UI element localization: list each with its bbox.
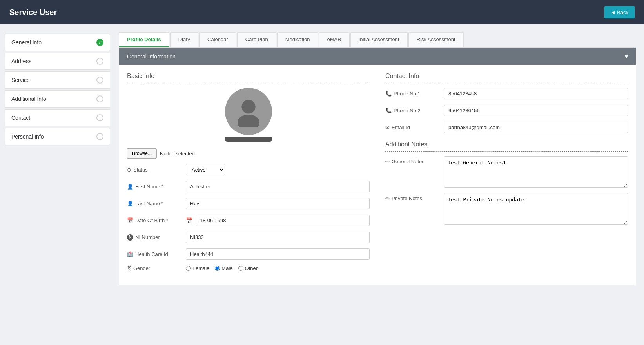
general-notes-textarea[interactable]: Test General Notes1	[444, 156, 628, 188]
last-name-row: 👤 Last Name *	[127, 198, 370, 209]
gender-label: ⚧ Gender	[127, 265, 182, 271]
page-title: Service User	[9, 8, 57, 17]
phone2-label: 📞 Phone No.2	[385, 108, 440, 113]
back-button[interactable]: ◄ Back	[604, 6, 635, 18]
sidebar-radio-additional-info	[96, 95, 103, 102]
right-section: Contact Info 📞 Phone No.1 📞 Phone No.2	[385, 73, 628, 277]
sidebar: General Info Address Service Additional …	[0, 24, 115, 345]
person-icon-2: 👤	[127, 201, 133, 206]
general-notes-row: ✏ General Notes Test General Notes1	[385, 156, 628, 188]
tab-bar: Profile Details Diary Calendar Care Plan…	[119, 32, 636, 47]
tab-diary[interactable]: Diary	[170, 32, 198, 47]
tab-emar[interactable]: eMAR	[319, 32, 350, 47]
health-icon: 🏥	[127, 251, 133, 257]
gender-other-radio[interactable]	[238, 266, 243, 271]
sidebar-item-address[interactable]: Address	[5, 53, 110, 70]
gender-male-option[interactable]: Male	[215, 265, 232, 271]
phone2-icon: 📞	[385, 108, 392, 113]
status-icon: ⊙	[127, 167, 131, 173]
first-name-field[interactable]	[186, 181, 370, 192]
sidebar-item-personal-info[interactable]: Personal Info	[5, 128, 110, 145]
sidebar-radio-contact	[96, 114, 103, 121]
gender-radio-group: Female Male Other	[186, 265, 258, 271]
tab-calendar[interactable]: Calendar	[199, 32, 236, 47]
tab-medication[interactable]: Medication	[277, 32, 318, 47]
additional-notes-title: Additionl Notes	[385, 141, 628, 152]
sidebar-radio-personal-info	[96, 133, 103, 140]
gender-row: ⚧ Gender Female Male	[127, 265, 370, 271]
sidebar-item-additional-info[interactable]: Additional Info	[5, 90, 110, 108]
email-field[interactable]	[444, 122, 628, 133]
status-row: ⊙ Status Active Inactive	[127, 164, 370, 175]
gender-icon: ⚧	[127, 265, 131, 271]
ni-label: N NI Number	[127, 234, 182, 241]
private-notes-label: ✏ Private Notes	[385, 193, 440, 201]
basic-info-section: Basic Info	[127, 73, 370, 277]
sidebar-item-service[interactable]: Service	[5, 71, 110, 89]
email-icon: ✉	[385, 124, 390, 130]
panel-title: General Information	[127, 53, 176, 60]
private-notes-row: ✏ Private Notes Test Private Notes updat…	[385, 193, 628, 225]
phone1-field[interactable]	[444, 88, 628, 99]
avatar-base	[225, 137, 272, 142]
dob-field[interactable]	[196, 215, 370, 226]
health-care-row: 🏥 Health Care Id	[127, 248, 370, 260]
phone-icon: 📞	[385, 91, 392, 97]
ni-icon: N	[127, 234, 133, 241]
ni-field[interactable]	[186, 232, 370, 243]
email-label: ✉ Email Id	[385, 124, 440, 130]
private-notes-textarea[interactable]: Test Private Notes update	[444, 193, 628, 225]
first-name-row: 👤 First Name *	[127, 181, 370, 192]
gender-female-option[interactable]: Female	[186, 265, 209, 271]
basic-info-title: Basic Info	[127, 73, 370, 83]
avatar	[225, 88, 272, 135]
email-row: ✉ Email Id	[385, 122, 628, 133]
health-care-field[interactable]	[186, 248, 370, 260]
sidebar-radio-address	[96, 58, 103, 65]
contact-info-title: Contact Info	[385, 73, 628, 83]
svg-point-1	[238, 115, 259, 127]
date-calendar-icon: 📅	[186, 217, 192, 224]
app-header: Service User ◄ Back	[0, 0, 644, 24]
sidebar-radio-service	[96, 77, 103, 84]
dob-row: 📅 Date Of Birth * 📅	[127, 215, 370, 226]
lock-icon: ✏	[385, 195, 390, 201]
panel-body: Basic Info	[119, 65, 636, 285]
phone2-row: 📞 Phone No.2	[385, 105, 628, 116]
sidebar-item-general-info[interactable]: General Info	[5, 34, 110, 51]
chevron-down-icon: ▾	[625, 53, 628, 60]
phone1-label: 📞 Phone No.1	[385, 91, 440, 97]
file-upload-row: Browse... No file selected.	[127, 148, 370, 159]
file-placeholder: No file selected.	[160, 151, 196, 157]
sidebar-radio-general-info	[96, 39, 103, 46]
phone1-row: 📞 Phone No.1	[385, 88, 628, 99]
gender-other-option[interactable]: Other	[238, 265, 258, 271]
panel-header: General Information ▾	[119, 48, 636, 65]
svg-point-0	[241, 100, 255, 113]
health-care-label: 🏥 Health Care Id	[127, 251, 182, 257]
tab-care-plan[interactable]: Care Plan	[237, 32, 276, 47]
browse-button[interactable]: Browse...	[127, 148, 157, 159]
general-notes-label: ✏ General Notes	[385, 156, 440, 164]
last-name-field[interactable]	[186, 198, 370, 209]
image-section	[127, 88, 370, 142]
last-name-label: 👤 Last Name *	[127, 201, 182, 206]
sidebar-item-contact[interactable]: Contact	[5, 109, 110, 126]
status-label: ⊙ Status	[127, 167, 182, 173]
tab-profile-details[interactable]: Profile Details	[119, 32, 169, 47]
ni-row: N NI Number	[127, 232, 370, 243]
first-name-label: 👤 First Name *	[127, 184, 182, 190]
general-info-panel: General Information ▾ Basic Info	[119, 47, 636, 285]
phone2-field[interactable]	[444, 105, 628, 116]
avatar-silhouette-icon	[233, 96, 264, 127]
tab-initial-assessment[interactable]: Initial Assessment	[350, 32, 408, 47]
gender-female-radio[interactable]	[186, 266, 191, 271]
tab-risk-assessment[interactable]: Risk Assessment	[408, 32, 464, 47]
calendar-icon: 📅	[127, 217, 133, 223]
gender-male-radio[interactable]	[215, 266, 220, 271]
dob-label: 📅 Date Of Birth *	[127, 217, 182, 223]
status-select[interactable]: Active Inactive	[186, 164, 225, 175]
person-icon: 👤	[127, 184, 133, 190]
content-area: Profile Details Diary Calendar Care Plan…	[115, 24, 644, 345]
edit-icon: ✏	[385, 159, 390, 164]
